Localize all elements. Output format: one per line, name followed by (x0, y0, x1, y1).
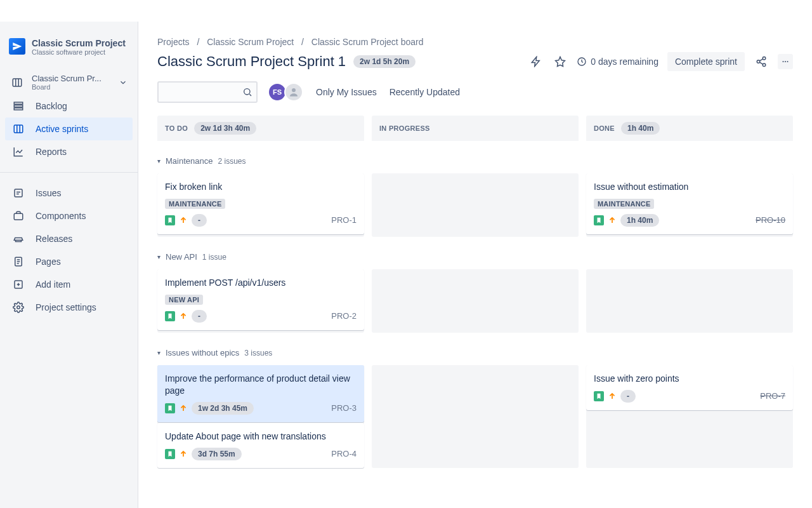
epic-tag[interactable]: MAINTENANCE (165, 199, 225, 209)
issue-key[interactable]: PRO-1 (331, 215, 357, 225)
issue-key[interactable]: PRO-3 (331, 403, 357, 413)
epic-tag[interactable]: MAINTENANCE (594, 199, 654, 209)
issue-key[interactable]: PRO-7 (760, 391, 785, 401)
column-header: TO DO2w 1d 3h 40m (157, 116, 364, 141)
swimlane-count: 1 issue (202, 253, 226, 262)
breadcrumb: Projects / Classic Scrum Project / Class… (157, 37, 793, 47)
complete-sprint-button[interactable]: Complete sprint (667, 52, 745, 71)
epic-tag[interactable]: NEW API (165, 295, 203, 305)
issue-card[interactable]: Implement POST /api/v1/usersNEW API-PRO-… (157, 269, 364, 330)
pages-icon (11, 256, 25, 267)
board-cell[interactable] (372, 269, 579, 333)
swimlane-header[interactable]: ▾Maintenance2 issues (157, 156, 793, 166)
svg-point-9 (17, 306, 20, 309)
more-icon[interactable] (778, 54, 793, 69)
main-content: Projects / Classic Scrum Project / Class… (138, 22, 812, 508)
chevron-down-icon: ▾ (157, 349, 160, 356)
issue-card[interactable]: Fix broken linkMAINTENANCE-PRO-1 (157, 173, 364, 234)
sidebar-item-settings[interactable]: Project settings (5, 296, 133, 319)
card-title: Implement POST /api/v1/users (165, 277, 357, 289)
swimlane-name: Maintenance (166, 156, 213, 166)
assignee-filter[interactable]: FS (270, 83, 303, 102)
board-cell[interactable]: Issue with zero points-PRO-7 (586, 365, 793, 468)
sidebar-item-backlog[interactable]: Backlog (5, 95, 133, 117)
sidebar: Classic Scrum Project Classic software p… (0, 22, 138, 508)
components-icon (11, 210, 25, 222)
chevron-down-icon (119, 78, 128, 87)
time-estimate: - (620, 390, 636, 403)
sidebar-item-issues[interactable]: Issues (5, 182, 133, 204)
issue-card[interactable]: Issue without estimationMAINTENANCE1h 40… (586, 173, 793, 234)
issue-card[interactable]: Update About page with new translations3… (157, 423, 364, 468)
story-icon (165, 449, 175, 459)
sprint-time-badge: 2w 1d 5h 20m (353, 55, 416, 68)
page-title: Classic Scrum Project Sprint 1 (157, 53, 346, 70)
card-title: Improve the performance of product detai… (165, 373, 357, 397)
swimlane-header[interactable]: ▾New API1 issue (157, 252, 793, 262)
issue-card[interactable]: Issue with zero points-PRO-7 (586, 365, 793, 410)
sidebar-item-reports[interactable]: Reports (5, 140, 133, 163)
priority-icon (608, 392, 617, 401)
project-header[interactable]: Classic Scrum Project Classic software p… (0, 34, 138, 67)
svg-point-16 (787, 61, 789, 62)
time-estimate: - (192, 310, 207, 323)
time-estimate: 1w 2d 3h 45m (192, 402, 254, 415)
svg-rect-2 (14, 105, 23, 107)
avatar-unassigned[interactable] (284, 83, 303, 102)
issue-key[interactable]: PRO-10 (756, 215, 785, 225)
board-cell[interactable] (372, 173, 579, 237)
sidebar-item-pages[interactable]: Pages (5, 250, 133, 273)
days-remaining: 0 days remaining (577, 57, 658, 67)
sidebar-item-components[interactable]: Components (5, 204, 133, 227)
time-estimate: - (192, 214, 207, 227)
board-switcher[interactable]: Classic Scrum Pr... Board (5, 70, 133, 95)
svg-point-13 (763, 64, 766, 67)
svg-rect-1 (14, 102, 23, 104)
column-header: DONE1h 40m (586, 116, 793, 141)
priority-icon (179, 312, 188, 321)
issue-key[interactable]: PRO-4 (331, 449, 357, 458)
sidebar-item-releases[interactable]: Releases (5, 227, 133, 250)
board-cell[interactable]: Fix broken linkMAINTENANCE-PRO-1 (157, 173, 364, 237)
search-input[interactable] (157, 81, 258, 103)
time-estimate: 3d 7h 55m (192, 448, 242, 460)
column-time-badge: 1h 40m (621, 122, 660, 135)
automation-icon[interactable] (528, 54, 544, 69)
board-cell[interactable] (372, 365, 579, 468)
svg-rect-4 (14, 125, 23, 133)
project-name: Classic Scrum Project (32, 38, 126, 48)
board-icon (10, 76, 24, 90)
board-cell[interactable]: Issue without estimationMAINTENANCE1h 40… (586, 173, 793, 237)
priority-icon (179, 450, 188, 458)
share-icon[interactable] (754, 54, 769, 69)
column-header: IN PROGRESS (372, 116, 579, 141)
swimlane-name: New API (166, 252, 197, 262)
releases-icon (11, 233, 25, 244)
breadcrumb-board[interactable]: Classic Scrum Project board (311, 37, 424, 47)
swimlane-header[interactable]: ▾Issues without epics3 issues (157, 348, 793, 358)
sidebar-item-active-sprints[interactable]: Active sprints (5, 117, 133, 140)
board: TO DO2w 1d 3h 40mIN PROGRESSDONE1h 40m▾M… (157, 116, 793, 468)
svg-rect-0 (13, 79, 22, 86)
swimlane-count: 3 issues (244, 349, 272, 358)
sidebar-item-add[interactable]: Add item (5, 273, 133, 296)
svg-rect-6 (14, 213, 23, 220)
board-cell[interactable]: Improve the performance of product detai… (157, 365, 364, 468)
breadcrumb-project[interactable]: Classic Scrum Project (207, 37, 294, 47)
add-icon (11, 279, 25, 290)
story-icon (594, 215, 604, 225)
filter-recently-updated[interactable]: Recently Updated (390, 87, 460, 97)
board-cell[interactable]: Implement POST /api/v1/usersNEW API-PRO-… (157, 269, 364, 333)
card-title: Issue with zero points (594, 373, 785, 385)
issue-card[interactable]: Improve the performance of product detai… (157, 365, 364, 422)
breadcrumb-projects[interactable]: Projects (157, 37, 190, 47)
svg-point-17 (244, 89, 250, 95)
filter-only-my[interactable]: Only My Issues (316, 87, 377, 97)
svg-point-18 (292, 88, 296, 92)
chevron-down-icon: ▾ (157, 253, 160, 260)
star-icon[interactable] (553, 54, 568, 69)
issue-key[interactable]: PRO-2 (331, 311, 357, 321)
board-cell[interactable] (586, 269, 793, 333)
issues-icon (11, 187, 25, 199)
chevron-down-icon: ▾ (157, 157, 160, 164)
